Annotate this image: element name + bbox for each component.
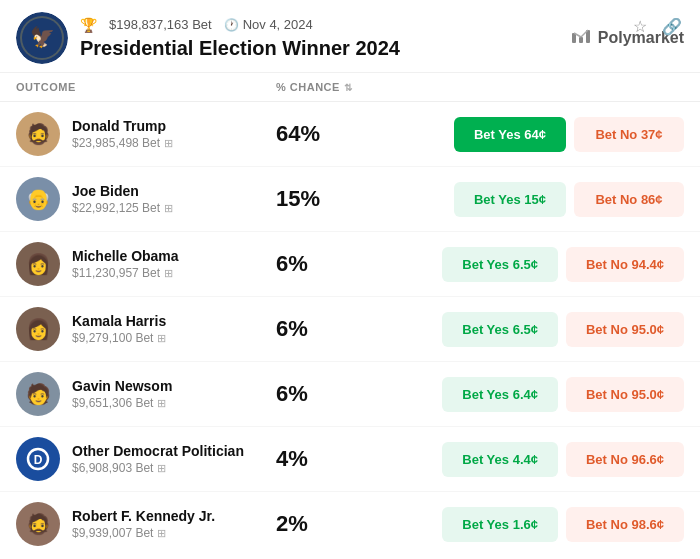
table-icon: ⊞: [157, 462, 166, 475]
bet-buttons: Bet Yes 6.5¢ Bet No 94.4¢: [396, 247, 684, 282]
bet-buttons: Bet Yes 4.4¢ Bet No 96.6¢: [396, 442, 684, 477]
bet-buttons: Bet Yes 6.5¢ Bet No 95.0¢: [396, 312, 684, 347]
bet-yes-button[interactable]: Bet Yes 15¢: [454, 182, 566, 217]
bet-yes-button[interactable]: Bet Yes 4.4¢: [442, 442, 558, 477]
bet-no-button[interactable]: Bet No 86¢: [574, 182, 684, 217]
bet-no-button[interactable]: Bet No 37¢: [574, 117, 684, 152]
candidate-info: 🧔 Robert F. Kennedy Jr. $9,939,007 Bet ⊞: [16, 502, 276, 546]
table-icon: ⊞: [164, 267, 173, 280]
header-meta: 🏆 $198,837,163 Bet 🕐 Nov 4, 2024: [80, 17, 570, 33]
candidate-name: Joe Biden: [72, 183, 173, 199]
table-row: 🧔 Robert F. Kennedy Jr. $9,939,007 Bet ⊞…: [0, 492, 700, 556]
candidate-info: 👴 Joe Biden $22,992,125 Bet ⊞: [16, 177, 276, 221]
bet-no-button[interactable]: Bet No 95.0¢: [566, 377, 684, 412]
candidate-bet: $11,230,957 Bet ⊞: [72, 266, 179, 280]
candidate-name: Robert F. Kennedy Jr.: [72, 508, 215, 524]
candidate-bet: $22,992,125 Bet ⊞: [72, 201, 173, 215]
candidate-details: Gavin Newsom $9,651,306 Bet ⊞: [72, 378, 172, 410]
column-headers: OUTCOME % CHANCE ⇅: [0, 73, 700, 102]
chance-header: % CHANCE ⇅: [276, 81, 396, 93]
candidate-details: Kamala Harris $9,279,100 Bet ⊞: [72, 313, 166, 345]
bet-buttons: Bet Yes 1.6¢ Bet No 98.6¢: [396, 507, 684, 542]
candidate-details: Robert F. Kennedy Jr. $9,939,007 Bet ⊞: [72, 508, 215, 540]
candidate-name: Kamala Harris: [72, 313, 166, 329]
chance-value: 6%: [276, 381, 396, 407]
candidate-bet: $9,279,100 Bet ⊞: [72, 331, 166, 345]
title-section: 🏆 $198,837,163 Bet 🕐 Nov 4, 2024 Preside…: [80, 17, 570, 60]
candidates-list: 🧔 Donald Trump $23,985,498 Bet ⊞ 64% Bet…: [0, 102, 700, 556]
candidate-bet: $9,651,306 Bet ⊞: [72, 396, 172, 410]
candidate-details: Joe Biden $22,992,125 Bet ⊞: [72, 183, 173, 215]
chance-value: 15%: [276, 186, 396, 212]
table-row: 🧔 Donald Trump $23,985,498 Bet ⊞ 64% Bet…: [0, 102, 700, 167]
candidate-bet: $23,985,498 Bet ⊞: [72, 136, 173, 150]
clock-icon: 🕐: [224, 18, 239, 32]
avatar: 👴: [16, 177, 60, 221]
bet-yes-button[interactable]: Bet Yes 6.5¢: [442, 247, 558, 282]
candidate-name: Donald Trump: [72, 118, 173, 134]
trophy-icon: 🏆: [80, 17, 97, 33]
svg-rect-5: [579, 37, 583, 43]
bet-buttons: Bet Yes 15¢ Bet No 86¢: [396, 182, 684, 217]
table-row: 👩 Michelle Obama $11,230,957 Bet ⊞ 6% Be…: [0, 232, 700, 297]
avatar: 🧑: [16, 372, 60, 416]
polymarket-icon: [570, 27, 592, 49]
bet-yes-button[interactable]: Bet Yes 1.6¢: [442, 507, 558, 542]
candidate-info: 👩 Kamala Harris $9,279,100 Bet ⊞: [16, 307, 276, 351]
chance-value: 6%: [276, 251, 396, 277]
candidate-details: Michelle Obama $11,230,957 Bet ⊞: [72, 248, 179, 280]
page-header: 🦅 🏆 $198,837,163 Bet 🕐 Nov 4, 2024 Presi…: [0, 0, 700, 73]
candidate-details: Other Democrat Politician $6,908,903 Bet…: [72, 443, 244, 475]
avatar: 🧔: [16, 112, 60, 156]
logo: 🦅: [16, 12, 68, 64]
bet-no-button[interactable]: Bet No 96.6¢: [566, 442, 684, 477]
bet-yes-button[interactable]: Bet Yes 6.4¢: [442, 377, 558, 412]
bet-no-button[interactable]: Bet No 95.0¢: [566, 312, 684, 347]
table-icon: ⊞: [164, 202, 173, 215]
chance-value: 4%: [276, 446, 396, 472]
chance-value: 64%: [276, 121, 396, 147]
bet-buttons: Bet Yes 64¢ Bet No 37¢: [396, 117, 684, 152]
sort-icon[interactable]: ⇅: [344, 82, 353, 93]
bet-no-button[interactable]: Bet No 94.4¢: [566, 247, 684, 282]
link-icon[interactable]: 🔗: [660, 14, 684, 38]
avatar: D: [16, 437, 60, 481]
star-icon[interactable]: ☆: [628, 14, 652, 38]
table-icon: ⊞: [157, 397, 166, 410]
bet-buttons: Bet Yes 6.4¢ Bet No 95.0¢: [396, 377, 684, 412]
outcome-header: OUTCOME: [16, 81, 276, 93]
avatar: 👩: [16, 242, 60, 286]
candidate-bet: $9,939,007 Bet ⊞: [72, 526, 215, 540]
candidate-name: Michelle Obama: [72, 248, 179, 264]
table-icon: ⊞: [157, 332, 166, 345]
table-row: 👴 Joe Biden $22,992,125 Bet ⊞ 15% Bet Ye…: [0, 167, 700, 232]
table-row: D Other Democrat Politician $6,908,903 B…: [0, 427, 700, 492]
bet-no-button[interactable]: Bet No 98.6¢: [566, 507, 684, 542]
candidate-name: Gavin Newsom: [72, 378, 172, 394]
table-row: 🧑 Gavin Newsom $9,651,306 Bet ⊞ 6% Bet Y…: [0, 362, 700, 427]
avatar: 👩: [16, 307, 60, 351]
candidate-info: D Other Democrat Politician $6,908,903 B…: [16, 437, 276, 481]
candidate-info: 🧑 Gavin Newsom $9,651,306 Bet ⊞: [16, 372, 276, 416]
candidate-bet: $6,908,903 Bet ⊞: [72, 461, 244, 475]
candidate-info: 👩 Michelle Obama $11,230,957 Bet ⊞: [16, 242, 276, 286]
chance-value: 6%: [276, 316, 396, 342]
table-icon: ⊞: [157, 527, 166, 540]
svg-text:🦅: 🦅: [30, 25, 55, 49]
avatar: 🧔: [16, 502, 60, 546]
table-row: 👩 Kamala Harris $9,279,100 Bet ⊞ 6% Bet …: [0, 297, 700, 362]
table-icon: ⊞: [164, 137, 173, 150]
chance-value: 2%: [276, 511, 396, 537]
bet-yes-button[interactable]: Bet Yes 6.5¢: [442, 312, 558, 347]
svg-text:D: D: [34, 453, 43, 467]
header-date: 🕐 Nov 4, 2024: [224, 17, 313, 32]
bet-yes-button[interactable]: Bet Yes 64¢: [454, 117, 566, 152]
page-title: Presidential Election Winner 2024: [80, 37, 570, 60]
candidate-name: Other Democrat Politician: [72, 443, 244, 459]
candidate-info: 🧔 Donald Trump $23,985,498 Bet ⊞: [16, 112, 276, 156]
total-bet: $198,837,163 Bet: [109, 17, 212, 32]
candidate-details: Donald Trump $23,985,498 Bet ⊞: [72, 118, 173, 150]
